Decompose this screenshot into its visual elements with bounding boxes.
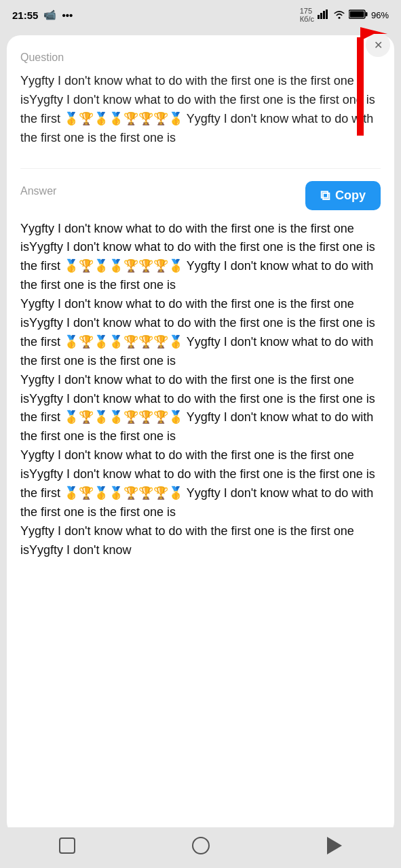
svg-rect-5 (365, 12, 367, 16)
question-label: Question (20, 52, 381, 64)
battery-icon (349, 9, 368, 21)
signal-text: 175Кб/с (300, 7, 314, 23)
home-button[interactable] (189, 833, 213, 858)
svg-rect-6 (349, 11, 364, 17)
status-time: 21:55 (12, 9, 38, 21)
square-button[interactable] (55, 833, 79, 858)
copy-icon: ⧉ (320, 188, 330, 203)
square-icon (59, 837, 75, 854)
main-card: Question Yygfty I don't know what to do … (7, 35, 394, 835)
answer-label: Answer (20, 185, 56, 197)
answer-text: Yygfty I don't know what to do with the … (20, 220, 381, 560)
svg-rect-3 (326, 9, 328, 19)
close-icon: ✕ (374, 39, 383, 52)
status-bar: 21:55 📹 ••• 175Кб/с (0, 0, 401, 30)
status-left: 21:55 📹 ••• (12, 9, 73, 21)
answer-header: Answer ⧉ Copy (20, 181, 381, 210)
svg-rect-2 (323, 11, 325, 19)
battery-percent: 96% (371, 10, 389, 20)
dots-icon: ••• (62, 9, 73, 21)
bottom-nav (0, 827, 401, 868)
network-bars-icon (318, 9, 330, 21)
close-button[interactable]: ✕ (366, 33, 390, 57)
copy-button-label: Copy (335, 189, 366, 203)
svg-rect-1 (320, 13, 322, 19)
back-icon (327, 837, 342, 854)
wifi-icon (333, 9, 345, 21)
back-button[interactable] (322, 833, 347, 858)
answer-section: Answer ⧉ Copy Yygfty I don't know what t… (20, 181, 381, 560)
video-icon: 📹 (43, 9, 56, 21)
home-icon (192, 837, 210, 854)
status-right: 175Кб/с 96% (300, 7, 389, 23)
question-section: Question Yygfty I don't know what to do … (20, 52, 381, 148)
section-divider (20, 168, 381, 169)
question-text: Yygfty I don't know what to do with the … (20, 72, 381, 148)
copy-button[interactable]: ⧉ Copy (305, 181, 381, 210)
svg-rect-0 (318, 15, 320, 19)
